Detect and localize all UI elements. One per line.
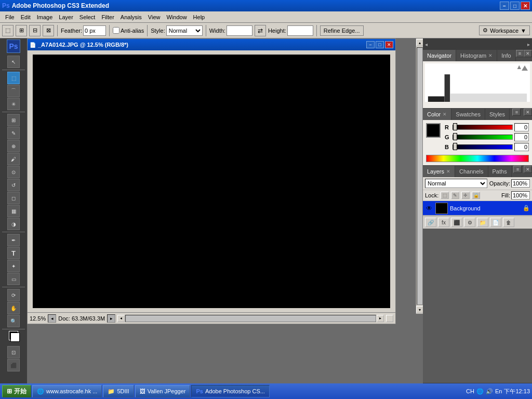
color-panel-menu[interactable]: ≡ bbox=[512, 109, 521, 116]
swatches-tab[interactable]: Swatches bbox=[451, 109, 485, 120]
green-value[interactable]: 0 bbox=[514, 133, 529, 141]
menu-filter[interactable]: Filter bbox=[98, 13, 117, 21]
color-panel-close[interactable]: ✕ bbox=[524, 109, 532, 116]
horizontal-scrollbar[interactable] bbox=[125, 315, 376, 322]
lock-all-btn[interactable]: 🔒 bbox=[472, 192, 480, 199]
red-slider[interactable] bbox=[453, 125, 513, 130]
lock-pixels-btn[interactable]: ✎ bbox=[451, 192, 459, 199]
path-selection-tool[interactable]: ✦ bbox=[7, 260, 20, 272]
panels-collapse-right[interactable]: ▸ bbox=[527, 42, 530, 47]
menu-file[interactable]: File bbox=[2, 13, 18, 21]
nav-panel-close[interactable]: ✕ bbox=[524, 50, 532, 57]
doc-nav-right-btn[interactable]: ▸ bbox=[107, 314, 115, 323]
layer-item[interactable]: 👁 Background 🔒 bbox=[423, 201, 532, 216]
quick-mask-btn[interactable]: ⊡ bbox=[7, 346, 20, 358]
new-group-btn[interactable]: 📁 bbox=[477, 218, 488, 227]
menu-image[interactable]: Image bbox=[34, 13, 56, 21]
menu-view[interactable]: View bbox=[145, 13, 164, 21]
eraser-tool[interactable]: ◻ bbox=[7, 192, 20, 204]
history-brush-tool[interactable]: ↺ bbox=[7, 179, 20, 191]
height-input[interactable] bbox=[287, 25, 313, 36]
screen-mode-btn[interactable]: ⬛ bbox=[7, 359, 20, 371]
foreground-color-swatch[interactable] bbox=[426, 123, 441, 138]
marquee-tool[interactable]: ⬚ bbox=[7, 72, 20, 84]
color-spectrum[interactable] bbox=[426, 155, 529, 162]
foreground-color[interactable] bbox=[9, 331, 18, 340]
shape-tool[interactable]: ▭ bbox=[7, 273, 20, 285]
eyedropper-tool[interactable]: ✎ bbox=[7, 127, 20, 139]
menu-layer[interactable]: Layer bbox=[56, 13, 76, 21]
close-button[interactable]: ✕ bbox=[521, 2, 530, 10]
layer-visibility-btn[interactable]: 👁 bbox=[425, 204, 433, 212]
menu-analysis[interactable]: Analysis bbox=[117, 13, 145, 21]
layers-tab[interactable]: Layers ✕ bbox=[423, 166, 455, 177]
histogram-tab[interactable]: Histogram ✕ bbox=[456, 50, 497, 61]
opacity-input[interactable] bbox=[511, 179, 530, 188]
hand-tool[interactable]: ✋ bbox=[7, 302, 20, 314]
scroll-down-btn[interactable]: ▾ bbox=[416, 306, 423, 313]
add-mask-btn[interactable]: ⬛ bbox=[451, 218, 462, 227]
taskbar-item-photoshop[interactable]: Ps Adobe Photoshop CS... bbox=[191, 385, 269, 397]
link-layers-btn[interactable]: 🔗 bbox=[425, 218, 436, 227]
doc-nav-left-btn[interactable]: ◂ bbox=[48, 314, 56, 323]
maximize-button[interactable]: □ bbox=[510, 2, 520, 10]
feather-input[interactable] bbox=[83, 25, 106, 36]
vertical-scrollbar[interactable]: ▴ ▾ bbox=[416, 38, 423, 314]
language-ch[interactable]: CH bbox=[466, 388, 474, 394]
histogram-tab-close[interactable]: ✕ bbox=[488, 53, 493, 58]
delete-layer-btn[interactable]: 🗑 bbox=[503, 218, 514, 227]
channels-tab[interactable]: Channels bbox=[455, 166, 488, 177]
panels-collapse-left[interactable]: ◂ bbox=[425, 42, 428, 47]
lasso-tool[interactable]: ⌒ bbox=[7, 85, 20, 97]
navigator-tab[interactable]: Navigator bbox=[423, 50, 456, 61]
menu-select[interactable]: Select bbox=[76, 13, 99, 21]
style-select[interactable]: Normal Fixed Ratio Fixed Size bbox=[166, 25, 203, 36]
brush-tool[interactable]: 🖌 bbox=[7, 153, 20, 165]
lock-transparent-btn[interactable]: ⬚ bbox=[441, 192, 449, 199]
vertical-scroll-track[interactable] bbox=[417, 47, 423, 305]
color-tab-close[interactable]: ✕ bbox=[443, 112, 447, 117]
info-tab[interactable]: Info bbox=[497, 50, 515, 61]
red-value[interactable]: 0 bbox=[514, 123, 529, 131]
selection-subtract-btn[interactable]: ⊟ bbox=[29, 25, 41, 36]
selection-mode-btn[interactable]: ⬚ bbox=[2, 25, 14, 36]
language-en[interactable]: En bbox=[495, 388, 502, 394]
clone-stamp-tool[interactable]: ⊙ bbox=[7, 166, 20, 178]
paths-tab[interactable]: Paths bbox=[488, 166, 512, 177]
doc-maximize-button[interactable]: □ bbox=[376, 41, 384, 48]
add-style-btn[interactable]: fx bbox=[438, 218, 449, 227]
doc-close-button[interactable]: ✕ bbox=[385, 41, 393, 48]
layers-panel-close[interactable]: ✕ bbox=[524, 166, 532, 173]
text-tool[interactable]: T bbox=[7, 247, 20, 259]
green-slider[interactable] bbox=[453, 135, 513, 140]
add-adjustment-btn[interactable]: ⚙ bbox=[464, 218, 475, 227]
zoom-tool[interactable]: 🔍 bbox=[7, 315, 20, 327]
taskbar-item-browser[interactable]: 🌐 www.astrocafe.hk ... bbox=[32, 385, 102, 397]
refine-edge-button[interactable]: Refine Edge... bbox=[320, 25, 364, 36]
scroll-right-btn[interactable]: ▸ bbox=[377, 315, 384, 322]
pen-tool[interactable]: ✒ bbox=[7, 234, 20, 246]
minimize-button[interactable]: − bbox=[500, 2, 509, 10]
document-canvas[interactable] bbox=[33, 55, 390, 308]
3d-rotate-tool[interactable]: ⟳ bbox=[7, 289, 20, 301]
start-button[interactable]: ⊞ 开始 bbox=[2, 385, 31, 397]
width-input[interactable] bbox=[227, 25, 252, 36]
nav-panel-menu[interactable]: ≡ bbox=[516, 50, 524, 57]
selection-intersect-btn[interactable]: ⊠ bbox=[43, 25, 54, 36]
scroll-up-btn[interactable]: ▴ bbox=[416, 39, 423, 46]
styles-tab[interactable]: Styles bbox=[485, 109, 510, 120]
menu-window[interactable]: Window bbox=[163, 13, 190, 21]
magic-wand-tool[interactable]: ✳ bbox=[7, 98, 20, 110]
new-layer-btn[interactable]: 📄 bbox=[490, 218, 501, 227]
workspace-button[interactable]: ⚙ Workspace ▼ bbox=[479, 25, 530, 35]
taskbar-item-jpegger[interactable]: 🖼 Vallen JPegger bbox=[135, 385, 191, 397]
healing-brush-tool[interactable]: ⊕ bbox=[7, 140, 20, 152]
swap-dimensions-btn[interactable]: ⇄ bbox=[255, 25, 266, 36]
selection-add-btn[interactable]: ⊞ bbox=[16, 25, 27, 36]
layers-tab-close[interactable]: ✕ bbox=[446, 169, 450, 174]
blue-value[interactable]: 0 bbox=[514, 143, 529, 151]
move-tool[interactable]: ↖ bbox=[7, 56, 20, 68]
color-tab[interactable]: Color ✕ bbox=[423, 109, 451, 120]
blue-slider[interactable] bbox=[453, 144, 513, 150]
menu-help[interactable]: Help bbox=[190, 13, 208, 21]
